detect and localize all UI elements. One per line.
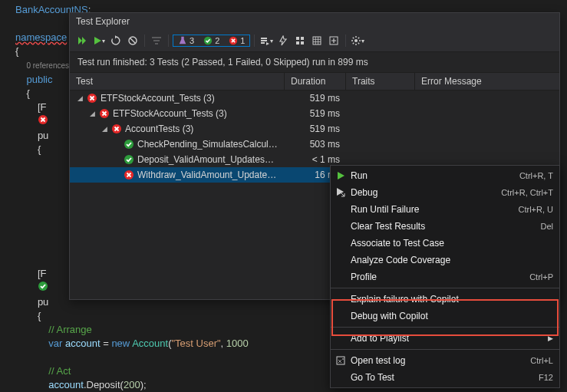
menu-shortcut: Del bbox=[540, 222, 553, 231]
test-name: CheckPending_SimulatesCalcul… bbox=[137, 139, 278, 150]
test-duration: 503 ms bbox=[285, 139, 346, 150]
menu-label: Clear Test Results bbox=[351, 221, 540, 232]
context-menu: RunCtrl+R, TDebugCtrl+R, Ctrl+TRun Until… bbox=[330, 165, 560, 388]
test-name: ETFStockAccount_Tests (3) bbox=[101, 93, 215, 104]
status-line: Test run finished: 3 Tests (2 Passed, 1 … bbox=[70, 52, 559, 73]
repeat-button[interactable] bbox=[108, 33, 124, 48]
menu-label: Run bbox=[351, 170, 519, 181]
menu-label: Profile bbox=[351, 272, 529, 282]
test-row[interactable]: ◢AccountTests (3)519 ms bbox=[70, 121, 559, 137]
svg-point-17 bbox=[354, 39, 358, 42]
menu-item-run[interactable]: RunCtrl+R, T bbox=[331, 167, 559, 184]
menu-label: Explain failure with Copilot bbox=[351, 294, 553, 305]
svg-rect-12 bbox=[301, 37, 304, 40]
menu-shortcut: Ctrl+R, U bbox=[518, 205, 553, 214]
log-icon bbox=[331, 355, 351, 366]
header-duration[interactable]: Duration bbox=[285, 73, 346, 90]
panel-title: Test Explorer bbox=[70, 13, 559, 30]
test-duration: 519 ms bbox=[285, 108, 346, 119]
settings-button[interactable]: ▾ bbox=[350, 33, 365, 48]
menu-label: Associate to Test Case bbox=[351, 238, 553, 249]
filter-button[interactable] bbox=[149, 33, 164, 48]
test-name: ETFStockAccount_Tests (3) bbox=[113, 108, 227, 119]
expand-button[interactable] bbox=[326, 33, 341, 48]
svg-rect-15 bbox=[313, 37, 321, 44]
test-duration: < 1 ms bbox=[285, 154, 346, 165]
menu-label: Debug bbox=[351, 187, 501, 198]
submenu-arrow-icon: ▶ bbox=[548, 334, 553, 342]
clear-button[interactable] bbox=[125, 33, 140, 48]
header-test[interactable]: Test bbox=[70, 73, 285, 90]
menu-shortcut: Ctrl+P bbox=[529, 272, 553, 282]
test-name: Withdraw_ValidAmount_Update… bbox=[137, 170, 276, 180]
menu-item-go-to-test[interactable]: Go To TestF12 bbox=[331, 369, 559, 386]
svg-rect-8 bbox=[261, 38, 267, 39]
svg-rect-9 bbox=[261, 40, 267, 41]
test-duration: 519 ms bbox=[285, 124, 346, 134]
svg-rect-5 bbox=[155, 43, 158, 44]
group-button[interactable] bbox=[292, 33, 308, 48]
counter-pass[interactable]: 2 bbox=[199, 35, 224, 46]
counter-fail[interactable]: 1 bbox=[224, 35, 249, 46]
menu-item-run-until-failure[interactable]: Run Until FailureCtrl+R, U bbox=[331, 201, 559, 218]
playlist-button[interactable]: ▾ bbox=[259, 33, 274, 48]
header-traits[interactable]: Traits bbox=[346, 73, 415, 90]
menu-label: Go To Test bbox=[351, 372, 539, 383]
menu-item-associate-to-test-case[interactable]: Associate to Test Case bbox=[331, 235, 559, 252]
menu-item-add-to-playlist[interactable]: Add to Playlist▶ bbox=[331, 330, 559, 347]
test-name: Deposit_ValidAmount_Updates… bbox=[137, 154, 274, 165]
header-error[interactable]: Error Message bbox=[415, 73, 559, 90]
menu-item-explain-failure-with-copilot[interactable]: Explain failure with Copilot bbox=[331, 291, 559, 308]
menu-item-debug[interactable]: DebugCtrl+R, Ctrl+T bbox=[331, 184, 559, 201]
menu-label: Analyze Code Coverage bbox=[351, 255, 553, 265]
menu-item-profile[interactable]: ProfileCtrl+P bbox=[331, 268, 559, 285]
menu-item-open-test-log[interactable]: Open test logCtrl+L bbox=[331, 352, 559, 369]
toolbar: ▾ 3 2 1 ▾ ▾ bbox=[70, 30, 559, 52]
svg-rect-4 bbox=[153, 40, 160, 41]
counter-total[interactable]: 3 bbox=[173, 35, 199, 46]
svg-rect-14 bbox=[301, 41, 304, 44]
menu-item-debug-with-copilot[interactable]: Debug with Copilot bbox=[331, 308, 559, 324]
test-name: AccountTests (3) bbox=[125, 124, 193, 134]
menu-label: Run Until Failure bbox=[351, 204, 518, 215]
chevron-down-icon: ◢ bbox=[88, 110, 96, 117]
grid-header: Test Duration Traits Error Message bbox=[70, 73, 559, 91]
menu-label: Open test log bbox=[351, 355, 530, 366]
svg-rect-3 bbox=[152, 37, 161, 38]
menu-shortcut: Ctrl+R, Ctrl+T bbox=[501, 188, 553, 197]
test-counters: 3 2 1 bbox=[173, 35, 250, 47]
menu-shortcut: Ctrl+L bbox=[530, 356, 553, 365]
svg-rect-11 bbox=[296, 37, 299, 40]
chevron-down-icon: ◢ bbox=[101, 125, 108, 133]
test-row[interactable]: ◢ETFStockAccount_Tests (3)519 ms bbox=[70, 106, 559, 121]
menu-label: Add to Playlist bbox=[351, 333, 543, 344]
test-duration: 519 ms bbox=[285, 93, 346, 104]
columns-button[interactable] bbox=[309, 33, 325, 48]
menu-item-clear-test-results[interactable]: Clear Test ResultsDel bbox=[331, 218, 559, 235]
test-row[interactable]: CheckPending_SimulatesCalcul…503 ms bbox=[70, 137, 559, 152]
chevron-down-icon: ◢ bbox=[76, 94, 84, 102]
menu-item-analyze-code-coverage[interactable]: Analyze Code Coverage bbox=[331, 252, 559, 268]
run-button[interactable]: ▾ bbox=[91, 33, 107, 48]
test-row[interactable]: ◢ETFStockAccount_Tests (3)519 ms bbox=[70, 91, 559, 106]
run-all-button[interactable] bbox=[74, 33, 90, 48]
auto-run-button[interactable] bbox=[275, 33, 291, 48]
play-icon bbox=[331, 171, 351, 180]
svg-rect-10 bbox=[261, 42, 265, 44]
svg-rect-13 bbox=[296, 41, 299, 44]
menu-shortcut: Ctrl+R, T bbox=[519, 171, 553, 180]
menu-shortcut: F12 bbox=[539, 373, 553, 382]
debug-icon bbox=[331, 187, 351, 198]
menu-label: Debug with Copilot bbox=[351, 311, 553, 321]
